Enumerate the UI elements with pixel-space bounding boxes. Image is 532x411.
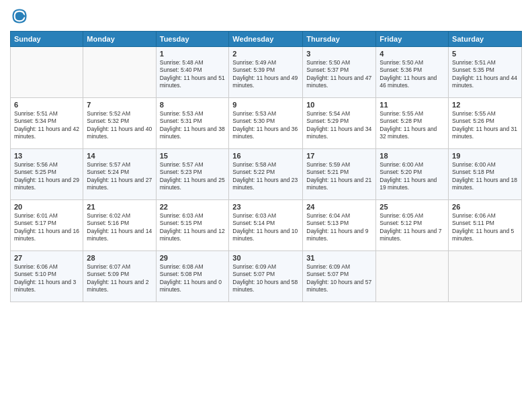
day-info: Sunrise: 6:08 AMSunset: 5:08 PMDaylight:… (160, 263, 226, 294)
calendar-cell: 21Sunrise: 6:02 AMSunset: 5:16 PMDayligh… (83, 200, 156, 251)
calendar-cell: 15Sunrise: 5:57 AMSunset: 5:23 PMDayligh… (156, 149, 229, 200)
day-info: Sunrise: 5:57 AMSunset: 5:23 PMDaylight:… (160, 161, 226, 192)
calendar-cell (83, 47, 156, 98)
day-number: 1 (160, 50, 226, 58)
day-info: Sunrise: 5:53 AMSunset: 5:31 PMDaylight:… (160, 110, 226, 141)
calendar-cell: 23Sunrise: 6:03 AMSunset: 5:14 PMDayligh… (229, 200, 303, 251)
calendar-cell: 31Sunrise: 6:09 AMSunset: 5:07 PMDayligh… (303, 251, 376, 302)
calendar-cell: 16Sunrise: 5:58 AMSunset: 5:22 PMDayligh… (229, 149, 303, 200)
calendar-cell: 6Sunrise: 5:51 AMSunset: 5:34 PMDaylight… (11, 98, 83, 149)
day-info: Sunrise: 5:57 AMSunset: 5:24 PMDaylight:… (87, 161, 152, 192)
day-number: 25 (380, 203, 445, 211)
calendar-week-5: 27Sunrise: 6:06 AMSunset: 5:10 PMDayligh… (11, 251, 522, 302)
calendar-cell: 7Sunrise: 5:52 AMSunset: 5:32 PMDaylight… (83, 98, 156, 149)
day-info: Sunrise: 6:01 AMSunset: 5:17 PMDaylight:… (14, 212, 79, 243)
calendar-cell: 8Sunrise: 5:53 AMSunset: 5:31 PMDaylight… (156, 98, 229, 149)
weekday-header-sunday: Sunday (11, 32, 83, 47)
calendar-table: SundayMondayTuesdayWednesdayThursdayFrid… (10, 31, 522, 302)
calendar-cell: 20Sunrise: 6:01 AMSunset: 5:17 PMDayligh… (11, 200, 83, 251)
day-number: 29 (160, 254, 226, 262)
day-number: 31 (306, 254, 372, 262)
weekday-header-tuesday: Tuesday (156, 32, 229, 47)
day-info: Sunrise: 5:49 AMSunset: 5:39 PMDaylight:… (232, 59, 299, 90)
day-number: 12 (452, 101, 518, 109)
weekday-header-wednesday: Wednesday (229, 32, 303, 47)
day-number: 5 (452, 50, 518, 58)
day-number: 2 (232, 50, 299, 58)
calendar-cell: 11Sunrise: 5:55 AMSunset: 5:28 PMDayligh… (376, 98, 449, 149)
day-number: 16 (232, 152, 299, 160)
day-number: 30 (232, 254, 299, 262)
weekday-header-monday: Monday (83, 32, 156, 47)
day-number: 3 (306, 50, 372, 58)
calendar-cell: 10Sunrise: 5:54 AMSunset: 5:29 PMDayligh… (303, 98, 376, 149)
day-info: Sunrise: 6:03 AMSunset: 5:15 PMDaylight:… (160, 212, 226, 243)
calendar-week-2: 6Sunrise: 5:51 AMSunset: 5:34 PMDaylight… (11, 98, 522, 149)
day-info: Sunrise: 6:06 AMSunset: 5:10 PMDaylight:… (14, 263, 79, 294)
day-number: 7 (87, 101, 152, 109)
day-number: 15 (160, 152, 226, 160)
day-number: 28 (87, 254, 152, 262)
day-info: Sunrise: 6:07 AMSunset: 5:09 PMDaylight:… (87, 263, 152, 294)
day-number: 4 (380, 50, 445, 58)
day-info: Sunrise: 6:05 AMSunset: 5:12 PMDaylight:… (380, 212, 445, 243)
day-info: Sunrise: 6:02 AMSunset: 5:16 PMDaylight:… (87, 212, 152, 243)
day-info: Sunrise: 5:48 AMSunset: 5:40 PMDaylight:… (160, 59, 226, 90)
day-info: Sunrise: 5:55 AMSunset: 5:26 PMDaylight:… (452, 110, 518, 141)
calendar-cell: 5Sunrise: 5:51 AMSunset: 5:35 PMDaylight… (449, 47, 522, 98)
calendar-cell (376, 251, 449, 302)
day-info: Sunrise: 5:51 AMSunset: 5:35 PMDaylight:… (452, 59, 518, 90)
calendar-cell: 25Sunrise: 6:05 AMSunset: 5:12 PMDayligh… (376, 200, 449, 251)
calendar-cell: 26Sunrise: 6:06 AMSunset: 5:11 PMDayligh… (449, 200, 522, 251)
day-info: Sunrise: 5:53 AMSunset: 5:30 PMDaylight:… (232, 110, 299, 141)
logo (10, 7, 32, 26)
day-number: 13 (14, 152, 79, 160)
weekday-header-thursday: Thursday (303, 32, 376, 47)
day-info: Sunrise: 6:03 AMSunset: 5:14 PMDaylight:… (232, 212, 299, 243)
day-info: Sunrise: 5:56 AMSunset: 5:25 PMDaylight:… (14, 161, 79, 192)
day-info: Sunrise: 5:55 AMSunset: 5:28 PMDaylight:… (380, 110, 445, 141)
day-number: 11 (380, 101, 445, 109)
calendar-cell: 18Sunrise: 6:00 AMSunset: 5:20 PMDayligh… (376, 149, 449, 200)
day-number: 14 (87, 152, 152, 160)
calendar-cell: 27Sunrise: 6:06 AMSunset: 5:10 PMDayligh… (11, 251, 83, 302)
day-info: Sunrise: 5:54 AMSunset: 5:29 PMDaylight:… (306, 110, 372, 141)
weekday-header-saturday: Saturday (449, 32, 522, 47)
day-number: 8 (160, 101, 226, 109)
day-number: 22 (160, 203, 226, 211)
day-number: 23 (232, 203, 299, 211)
calendar-week-3: 13Sunrise: 5:56 AMSunset: 5:25 PMDayligh… (11, 149, 522, 200)
calendar-cell: 30Sunrise: 6:09 AMSunset: 5:07 PMDayligh… (229, 251, 303, 302)
calendar-cell (11, 47, 83, 98)
day-info: Sunrise: 5:50 AMSunset: 5:37 PMDaylight:… (306, 59, 372, 90)
day-info: Sunrise: 6:04 AMSunset: 5:13 PMDaylight:… (306, 212, 372, 243)
day-number: 18 (380, 152, 445, 160)
logo-icon (10, 7, 29, 26)
weekday-header-friday: Friday (376, 32, 449, 47)
calendar-cell: 19Sunrise: 6:00 AMSunset: 5:18 PMDayligh… (449, 149, 522, 200)
day-number: 26 (452, 203, 518, 211)
calendar-cell: 17Sunrise: 5:59 AMSunset: 5:21 PMDayligh… (303, 149, 376, 200)
day-number: 6 (14, 101, 79, 109)
calendar-cell: 12Sunrise: 5:55 AMSunset: 5:26 PMDayligh… (449, 98, 522, 149)
day-info: Sunrise: 5:51 AMSunset: 5:34 PMDaylight:… (14, 110, 79, 141)
calendar-week-4: 20Sunrise: 6:01 AMSunset: 5:17 PMDayligh… (11, 200, 522, 251)
calendar-header-row: SundayMondayTuesdayWednesdayThursdayFrid… (11, 32, 522, 47)
day-number: 20 (14, 203, 79, 211)
calendar-cell (449, 251, 522, 302)
calendar-cell: 4Sunrise: 5:50 AMSunset: 5:36 PMDaylight… (376, 47, 449, 98)
day-info: Sunrise: 5:52 AMSunset: 5:32 PMDaylight:… (87, 110, 152, 141)
day-info: Sunrise: 6:00 AMSunset: 5:18 PMDaylight:… (452, 161, 518, 192)
calendar-cell: 29Sunrise: 6:08 AMSunset: 5:08 PMDayligh… (156, 251, 229, 302)
calendar-cell: 24Sunrise: 6:04 AMSunset: 5:13 PMDayligh… (303, 200, 376, 251)
day-number: 19 (452, 152, 518, 160)
day-info: Sunrise: 6:06 AMSunset: 5:11 PMDaylight:… (452, 212, 518, 243)
day-info: Sunrise: 6:09 AMSunset: 5:07 PMDaylight:… (232, 263, 299, 294)
day-info: Sunrise: 5:59 AMSunset: 5:21 PMDaylight:… (306, 161, 372, 192)
calendar-cell: 3Sunrise: 5:50 AMSunset: 5:37 PMDaylight… (303, 47, 376, 98)
day-number: 9 (232, 101, 299, 109)
calendar-cell: 9Sunrise: 5:53 AMSunset: 5:30 PMDaylight… (229, 98, 303, 149)
calendar-cell: 28Sunrise: 6:07 AMSunset: 5:09 PMDayligh… (83, 251, 156, 302)
day-number: 21 (87, 203, 152, 211)
calendar-cell: 22Sunrise: 6:03 AMSunset: 5:15 PMDayligh… (156, 200, 229, 251)
